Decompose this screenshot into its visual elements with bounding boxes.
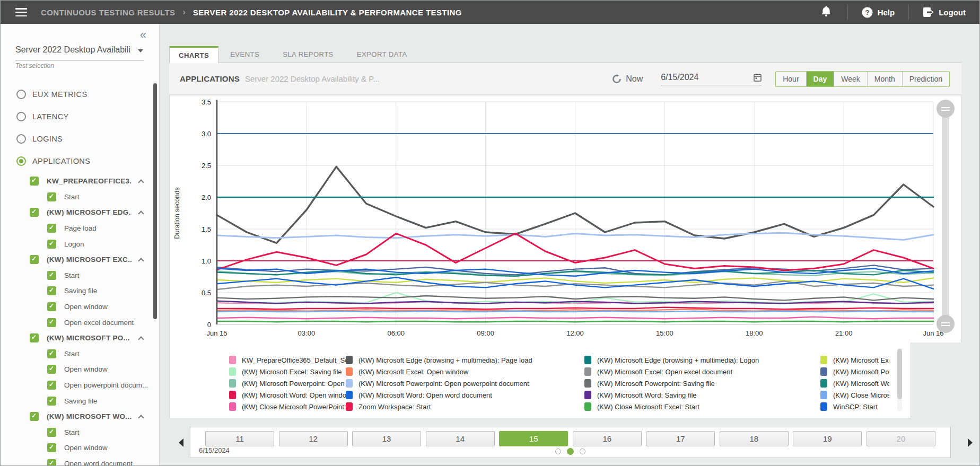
chevron-up-icon[interactable] — [138, 179, 144, 185]
pagination-dot-3[interactable] — [580, 449, 585, 454]
legend-item[interactable]: Zoom Workspace: Start — [346, 401, 584, 411]
checkbox-icon[interactable] — [47, 240, 56, 249]
sidebar-scrollbar[interactable] — [153, 83, 157, 319]
page-button-18[interactable]: 18 — [720, 431, 789, 446]
page-button-11[interactable]: 11 — [205, 431, 274, 446]
checkbox-icon[interactable] — [47, 365, 56, 374]
checkbox-icon[interactable] — [47, 302, 56, 311]
checkbox-icon[interactable] — [47, 443, 56, 452]
checkbox-icon[interactable] — [47, 459, 56, 466]
previous-days-arrow[interactable] — [179, 438, 183, 447]
tree-item-kw-microsoft-exc-start[interactable]: Start — [1, 268, 159, 284]
pagination-dot-2[interactable] — [567, 448, 574, 455]
checkbox-icon[interactable] — [30, 177, 39, 186]
tree-item-kw-microsoft-exc-open-window[interactable]: Open window — [1, 299, 159, 315]
tree-item-kw-microsoft-po-start[interactable]: Start — [1, 346, 159, 362]
next-days-arrow[interactable] — [968, 438, 973, 447]
legend-item[interactable]: (KW) Microsoft Word: Start — [820, 377, 889, 389]
page-button-15[interactable]: 15 — [499, 431, 568, 446]
logout-button[interactable]: Logout — [909, 1, 979, 24]
legend-item[interactable]: (KW) Close Microsoft Excel: Start — [584, 401, 820, 411]
chart-zoom-slider-handle-top[interactable] — [937, 100, 955, 118]
legend-item[interactable]: (KW) Microsoft Powerpoint: Open powerpoi… — [346, 377, 584, 389]
tree-group-kw-microsoft-edg[interactable]: (KW) MICROSOFT EDG... — [1, 205, 159, 221]
legend-item[interactable]: (KW) Microsoft Word: Open window — [229, 389, 346, 401]
chevron-up-icon[interactable] — [138, 258, 144, 263]
tree-group-kw-prepareoffice3[interactable]: KW_PREPAREOFFICE3... — [1, 173, 159, 189]
checkbox-icon[interactable] — [30, 333, 39, 342]
chevron-up-icon[interactable] — [138, 336, 144, 342]
legend-item[interactable]: (KW) Microsoft Edge (browsing + multimed… — [346, 354, 584, 366]
tree-item-kw-microsoft-po-open-powerpoint-docum[interactable]: Open powerpoint docum... — [1, 377, 159, 393]
sidebar-collapse-icon[interactable]: « — [140, 29, 146, 41]
test-selection-dropdown[interactable]: Server 2022 Desktop Availabilit... — [15, 45, 144, 60]
legend-item[interactable]: (KW) Microsoft Word: Saving file — [584, 389, 820, 401]
help-button[interactable]: ? Help — [848, 1, 909, 24]
range-button-day[interactable]: Day — [806, 72, 834, 86]
tree-item-kw-microsoft-po-saving-file[interactable]: Saving file — [1, 393, 159, 409]
page-button-14[interactable]: 14 — [426, 431, 495, 446]
tab-sla-reports[interactable]: SLA REPORTS — [271, 46, 345, 63]
chart-zoom-slider-handle-bottom[interactable] — [937, 315, 955, 333]
notifications-button[interactable] — [805, 5, 847, 19]
tree-item-kw-microsoft-wo-open-word-document[interactable]: Open word document — [1, 456, 159, 466]
tree-item-kw-microsoft-exc-saving-file[interactable]: Saving file — [1, 283, 159, 299]
legend-item[interactable]: (KW) Microsoft Excel: Saving file — [229, 366, 346, 377]
checkbox-icon[interactable] — [30, 208, 39, 217]
legend-item[interactable]: (KW) Close Microsoft PowerPoint: Start — [229, 401, 346, 411]
checkbox-icon[interactable] — [30, 412, 39, 421]
legend-item[interactable]: (KW) Microsoft Powerpoint: Saving file — [584, 377, 820, 389]
tree-item-kw-prepareoffice3-start[interactable]: Start — [1, 189, 159, 205]
tree-item-kw-microsoft-wo-start[interactable]: Start — [1, 425, 159, 441]
range-button-prediction[interactable]: Prediction — [902, 72, 949, 86]
menu-icon[interactable] — [15, 8, 27, 16]
checkbox-icon[interactable] — [47, 192, 56, 201]
sidebar-item-latency[interactable]: LATENCY — [1, 105, 159, 128]
checkbox-icon[interactable] — [30, 255, 39, 264]
checkbox-icon[interactable] — [47, 349, 56, 358]
range-button-hour[interactable]: Hour — [776, 72, 806, 86]
legend-item[interactable]: WinSCP: Start — [820, 401, 889, 411]
legend-item[interactable]: (KW) Microsoft Excel: Open window — [346, 366, 584, 377]
tree-item-kw-microsoft-wo-open-window[interactable]: Open window — [1, 440, 159, 456]
legend-item[interactable]: (KW) Microsoft Powerpoint: Open window — [229, 377, 346, 389]
legend-item[interactable]: (KW) Microsoft Word: Open word document — [346, 389, 584, 401]
tab-export-data[interactable]: EXPORT DATA — [345, 46, 419, 63]
legend-item[interactable]: (KW) Microsoft Excel: Start — [820, 354, 889, 366]
legend-item[interactable]: (KW) Close Microsoft Word: Start — [820, 389, 889, 401]
range-button-month[interactable]: Month — [867, 72, 902, 86]
legend-item[interactable]: (KW) Microsoft Edge (browsing + multimed… — [584, 354, 820, 366]
pagination-dot-1[interactable] — [555, 449, 561, 454]
legend-item[interactable]: KW_PrepareOffice365_Default_Script: Star… — [229, 354, 346, 366]
now-button[interactable]: Now — [612, 74, 643, 84]
tree-item-kw-microsoft-edg-page-load[interactable]: Page load — [1, 221, 159, 236]
sidebar-item-applications[interactable]: APPLICATIONS — [1, 150, 159, 172]
legend-item[interactable]: (KW) Microsoft Excel: Open excel documen… — [584, 366, 820, 377]
tab-events[interactable]: EVENTS — [218, 46, 271, 63]
tab-charts[interactable]: CHARTS — [169, 46, 218, 63]
tree-group-kw-microsoft-wo[interactable]: (KW) MICROSOFT WO... — [1, 409, 159, 425]
breadcrumb-root[interactable]: CONTINUOUS TESTING RESULTS — [41, 8, 175, 17]
tree-group-kw-microsoft-po[interactable]: (KW) MICROSOFT PO... — [1, 330, 159, 346]
tree-item-kw-microsoft-exc-open-excel-document[interactable]: Open excel document — [1, 314, 159, 330]
date-picker-field[interactable]: 6/15/2024 — [661, 73, 762, 85]
checkbox-icon[interactable] — [47, 286, 56, 295]
legend-item[interactable]: (KW) Microsoft Powerpoint: Start — [820, 366, 889, 377]
page-button-12[interactable]: 12 — [279, 431, 348, 446]
range-button-week[interactable]: Week — [834, 72, 867, 86]
checkbox-icon[interactable] — [47, 428, 56, 437]
page-button-19[interactable]: 19 — [793, 431, 862, 446]
tree-group-kw-microsoft-exc[interactable]: (KW) MICROSOFT EXC... — [1, 252, 159, 268]
page-button-16[interactable]: 16 — [573, 431, 642, 446]
page-button-13[interactable]: 13 — [352, 431, 421, 446]
legend-scrollbar-thumb[interactable] — [897, 349, 902, 399]
tree-item-kw-microsoft-po-open-window[interactable]: Open window — [1, 362, 159, 377]
sidebar-item-logins[interactable]: LOGINS — [1, 128, 159, 150]
chevron-up-icon[interactable] — [138, 415, 144, 420]
checkbox-icon[interactable] — [47, 381, 56, 390]
duration-line-chart[interactable]: 00.51.01.52.02.53.03.5Duration secondsJu… — [170, 95, 961, 342]
sidebar-item-eux-metrics[interactable]: EUX METRICS — [1, 83, 159, 105]
checkbox-icon[interactable] — [47, 224, 56, 233]
checkbox-icon[interactable] — [47, 271, 56, 280]
chart-zoom-slider-track[interactable] — [942, 101, 949, 326]
